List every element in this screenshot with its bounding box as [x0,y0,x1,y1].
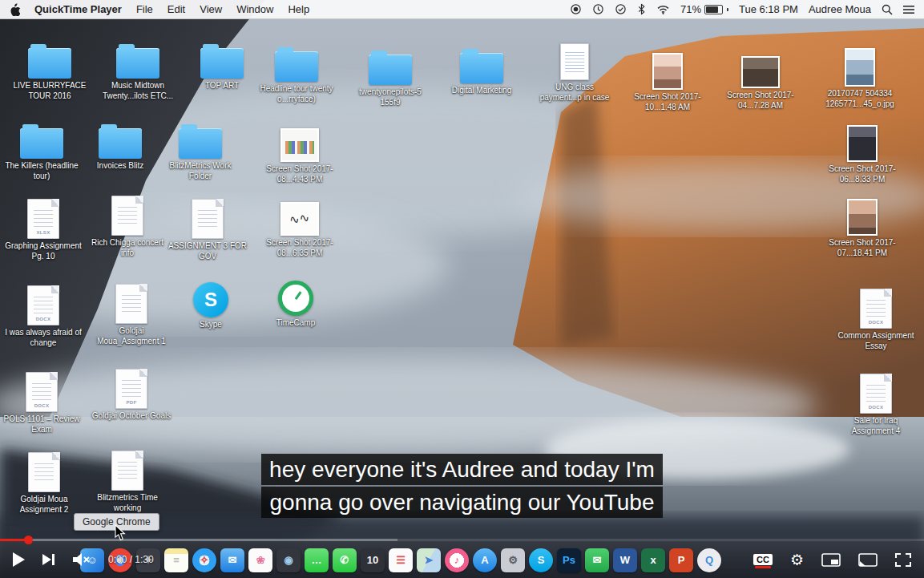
desktop-icon-screen-shot-2017-08-4-43-pm[interactable]: Screen Shot 2017-08...4.43 PM [260,128,340,184]
menu-item-help[interactable]: Help [288,3,309,15]
desktop-icon-goldjai-moua-assignment-2[interactable]: Goldjai Moua Assignment 2 [4,452,84,515]
desktop-icon-label: Screen Shot 2017-04...7.28 AM [720,91,801,111]
dock-icon-calendar[interactable]: 10 [361,548,385,572]
dock-icon-mail[interactable]: ✉ [220,548,244,572]
desktop-icon-label: Goldjai Moua_Assigment 1 [91,326,171,346]
dock-icon-app-store[interactable]: A [473,548,497,572]
folder-icon [200,48,244,79]
desktop-icon-goldjai-moua-assigment-1[interactable]: Goldjai Moua_Assigment 1 [91,284,171,346]
dock-icon-word[interactable]: W [613,548,637,572]
play-button[interactable] [13,552,25,567]
desktop-icon-live-blurryface-tour-2016[interactable]: LIVE BLURRYFACE TOUR 2016 [10,48,90,101]
dock-icon-powerpoint[interactable]: P [669,548,693,572]
dock-icon-reminders[interactable]: ☰ [389,548,413,572]
record-icon[interactable] [570,3,582,15]
active-app-name[interactable]: QuickTime Player [34,3,122,15]
notification-center-icon[interactable] [903,5,914,14]
mouse-cursor [115,524,126,544]
desktop-icon-sale-for-iraq-assignment-4[interactable]: DOCXSale for Iraq Assignment 4 [836,374,916,436]
dock-icon-excel[interactable]: x [641,548,665,572]
mute-button[interactable] [73,552,91,567]
fullscreen-button[interactable] [895,553,911,567]
miniplayer-button[interactable] [821,553,841,567]
check-circle-icon[interactable] [615,3,627,15]
desktop-icon-screen-shot-2017-07-18-41-pm[interactable]: Screen Shot 2017-07...18.41 PM [822,199,902,258]
progress-buffer [0,539,397,541]
dock-icon-itunes[interactable]: ♪ [445,548,469,572]
folder-icon [20,128,63,159]
desktop-icon-i-was-always-afraid-of-change[interactable]: DOCXI was always afraid of change [3,285,83,348]
progress-scrubber-knob[interactable] [24,536,33,544]
desktop-icon-label: The Killers (headline tour) [2,161,82,181]
desktop-icon-ung-class-payment-p-in-case[interactable]: UNG class payment...p in case [535,43,615,103]
menu-item-edit[interactable]: Edit [167,3,185,15]
battery-indicator[interactable]: 71% [680,3,728,15]
desktop-icon-screen-shot-2017-06-8-33-pm[interactable]: Screen Shot 2017-06...8.33 PM [822,125,902,184]
next-button[interactable] [42,553,55,566]
desktop-icon-graphing-assignment-pg-10[interactable]: XLSXGraphing Assignment Pg. 10 [3,199,83,261]
menu-item-window[interactable]: Window [236,3,273,15]
desktop-icon-rich-chigga-concert-info[interactable]: Rich Chigga concert info [87,196,167,258]
video-time-display: 0:00 / 1:30 [108,554,154,565]
menu-clock[interactable]: Tue 6:18 PM [739,3,798,15]
desktop-icon-screen-shot-2017-10-1-48-am[interactable]: Screen Shot 2017-10...1.48 AM [627,53,708,112]
desktop-icon-common-assignment-essay[interactable]: DOCXCommon Assignment Essay [836,289,916,351]
captions-button[interactable]: CC [753,554,773,565]
desktop-icon-label: Blitzmetrics Time working [87,493,167,513]
bluetooth-icon[interactable] [637,3,646,15]
menu-item-file[interactable]: File [136,3,153,15]
dock-icon-safari[interactable]: ✧ [192,548,216,572]
desktop-icon-timecamp[interactable]: TimeCamp [256,281,336,329]
cast-icon[interactable] [858,553,878,567]
desktop-icon-label: Sale for Iraq Assignment 4 [836,416,916,436]
desktop-icon-music-midtown-twenty-ilots-etc[interactable]: Music Midtown Twenty...ilots ETC... [98,48,178,101]
menu-item-view[interactable]: View [200,3,222,15]
dock-icon-maps[interactable]: ➤ [417,548,441,572]
desktop-icon-label: Invoices Blitz [97,161,143,172]
settings-gear-icon[interactable]: ⚙ [790,551,804,569]
desktop-icon-label: TimeCamp [276,318,316,329]
dock-icon-photo-booth[interactable]: ◉ [276,548,301,572]
desktop-icon-headline-tour-twenty-o-rryface[interactable]: Headline tour twenty o...rryface) [256,51,337,104]
dock-icon-photoshop[interactable]: Ps [557,548,581,572]
desktop-icon-pols-1101-review-exam[interactable]: DOCXPOLS 1101 – Review Exam [2,372,82,435]
dock-icon-photos[interactable]: ❀ [248,548,272,572]
desktop-icon-digital-marketing[interactable]: Digital Marketing [442,53,522,96]
wifi-icon[interactable] [656,4,670,14]
desktop-icon-label: Goldjai October Goals [92,411,171,422]
desktop-icon-label: Screen Shot 2017-06...8.33 PM [822,164,902,184]
dock-icon-notes[interactable]: ≡ [164,548,188,572]
image-thumbnail [847,125,878,162]
desktop-icon-label: Screen Shot 2017-10...1.48 AM [627,92,708,112]
desktop-icon-20170747-504334-1265771-45-o-jpg[interactable]: 20170747 504334 1265771...45_o.jpg [820,48,900,109]
desktop-icon-twentyonepilots-5-155f9[interactable]: twentyonepilots-5 155f9 [350,55,430,107]
desktop-icon-invoices-blitz[interactable]: Invoices Blitz [80,128,160,172]
dock-icon-quicktime[interactable]: Q [697,548,721,572]
timer-icon[interactable] [592,3,604,15]
desktop-icon-assignment-3-for-gov[interactable]: ASSIGNMENT 3 FOR GOV [167,199,248,261]
desktop-icon-label: Screen Shot 2017-07...18.41 PM [822,238,902,258]
menu-bar: QuickTime Player File Edit View Window H… [0,0,924,19]
document-icon: PDF [115,369,147,409]
desktop-icon-blitzmetrics-work-folder[interactable]: BlitzMetrics Work Folder [160,128,240,181]
folder-icon [275,51,318,82]
dock-icon-system-preferences[interactable]: ⚙ [501,548,525,572]
apple-menu[interactable] [10,3,20,16]
desktop-icon-the-killers-headline-tour[interactable]: The Killers (headline tour) [2,128,82,181]
desktop-icon-blitzmetrics-time-working[interactable]: Blitzmetrics Time working [87,451,167,513]
desktop-icon-label: Screen Shot 2017-08...6.35 PM [260,238,340,258]
folder-icon [99,128,142,159]
user-menu[interactable]: Audree Moua [809,3,871,15]
dock-icon-evernote[interactable]: ✉ [585,548,609,572]
desktop-icon-label: twentyonepilots-5 155f9 [350,87,430,107]
dock-icon-skype[interactable]: S [529,548,553,572]
desktop-icon-screen-shot-2017-04-7-28-am[interactable]: Screen Shot 2017-04...7.28 AM [720,56,801,111]
desktop-icon-top-art[interactable]: TOP ART [182,48,262,91]
desktop-icon-skype[interactable]: SSkype [171,282,251,330]
video-progress-bar[interactable] [0,539,924,541]
desktop-icon-goldjai-october-goals[interactable]: PDFGoldjai October Goals [91,369,171,422]
spotlight-icon[interactable] [882,4,893,15]
desktop-icon-screen-shot-2017-08-6-35-pm[interactable]: Screen Shot 2017-08...6.35 PM [260,202,340,258]
dock-icon-facetime[interactable]: ✆ [333,548,357,572]
dock-icon-messages[interactable]: … [305,548,329,572]
